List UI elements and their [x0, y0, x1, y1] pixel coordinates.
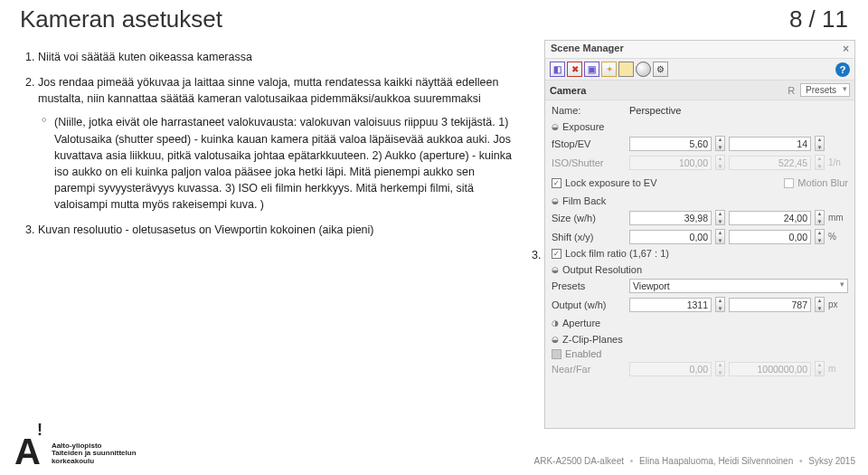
- nearfar-label: Near/Far: [552, 364, 626, 375]
- output-width-input[interactable]: 1311: [629, 298, 712, 312]
- aalto-logo-excl: !: [37, 421, 42, 440]
- lock-ratio-label: Lock film ratio (1,67 : 1): [565, 248, 669, 259]
- iso-label: ISO/Shutter: [552, 157, 626, 168]
- section-label: Aperture: [562, 318, 600, 328]
- term: Syksy 2015: [808, 456, 855, 466]
- lock-ratio-checkbox[interactable]: ✓: [552, 249, 561, 259]
- stepper: ▲▼: [815, 155, 825, 170]
- output-preset-dropdown[interactable]: Viewport: [629, 279, 848, 293]
- section-output[interactable]: ◒ Output Resolution: [552, 264, 848, 275]
- far-input: 1000000,00: [729, 362, 811, 376]
- section-label: Exposure: [562, 121, 604, 132]
- unit: %: [828, 232, 848, 242]
- callout-marker: 3.: [532, 249, 541, 261]
- toolbar: ◧ ✖ ▣ ✦ ⚙ ?: [545, 59, 854, 81]
- shift-label: Shift (x/y): [552, 232, 626, 242]
- zclip-enabled-label: Enabled: [565, 348, 601, 359]
- section-filmback[interactable]: ◒ Film Back: [552, 195, 848, 206]
- camera-r-label: R: [788, 85, 795, 96]
- materials-icon[interactable]: ◧: [550, 62, 565, 77]
- aalto-logo-mark: A: [14, 437, 41, 466]
- sub-note-text: (Niille, jotka eivät ole harrastaneet va…: [54, 116, 512, 211]
- film-height-input[interactable]: 24,00: [729, 211, 811, 225]
- stepper[interactable]: ▲▼: [815, 229, 825, 244]
- help-icon[interactable]: ?: [835, 62, 850, 77]
- near-input: 0,00: [629, 362, 712, 376]
- stepper: ▲▼: [815, 361, 825, 376]
- list-item-text: Kuvan resoluutio - oletusasetus on Viewp…: [38, 223, 374, 236]
- main-content: Niitä voi säätää kuten oikeassa kamerass…: [20, 49, 517, 247]
- film-width-input[interactable]: 39,98: [629, 211, 712, 225]
- stepper[interactable]: ▲▼: [715, 297, 725, 312]
- unit: mm: [828, 213, 848, 223]
- page-number: 8 / 11: [789, 5, 848, 33]
- unit: m: [828, 364, 848, 374]
- panel-title-text: Scene Manager: [551, 43, 624, 53]
- objects-icon[interactable]: ✖: [567, 62, 582, 77]
- output-height-input[interactable]: 787: [729, 298, 811, 312]
- logo-caption: Aalto-yliopisto Taiteiden ja suunnittelu…: [52, 442, 137, 466]
- camera-row: Camera R Presets: [545, 81, 854, 100]
- environment-icon[interactable]: [618, 62, 634, 77]
- chevron-down-icon: ◒: [552, 335, 559, 344]
- unit: px: [828, 299, 848, 309]
- logo-line: korkeakoulu: [52, 458, 137, 466]
- course-code: ARK-A2500 DA-alkeet: [534, 456, 625, 466]
- settings-icon[interactable]: ⚙: [653, 62, 668, 77]
- output-size-label: Output (w/h): [552, 299, 626, 310]
- models-icon[interactable]: ▣: [584, 62, 599, 77]
- sub-note: (Niille, jotka eivät ole harrastaneet va…: [42, 114, 517, 213]
- list-item-text: Niitä voi säätää kuten oikeassa kamerass…: [38, 51, 252, 63]
- camera-name-value: Perspective: [629, 105, 848, 116]
- camera-icon[interactable]: [636, 62, 651, 77]
- chevron-down-icon: ◒: [552, 196, 559, 205]
- chevron-down-icon: ◒: [552, 122, 559, 131]
- stepper[interactable]: ▲▼: [715, 229, 725, 244]
- stepper: ▲▼: [715, 155, 725, 170]
- camera-presets-dropdown[interactable]: Presets: [800, 83, 850, 97]
- list-item: Kuvan resoluutio - oletusasetus on Viewp…: [38, 222, 517, 238]
- list-item: Niitä voi säätää kuten oikeassa kamerass…: [38, 49, 517, 65]
- shift-y-input[interactable]: 0,00: [729, 230, 811, 244]
- chevron-right-icon: ◑: [552, 318, 559, 328]
- footer-logo: A ! Aalto-yliopisto Taiteiden ja suunnit…: [14, 437, 137, 466]
- section-label: Film Back: [562, 195, 606, 206]
- stepper[interactable]: ▲▼: [715, 136, 725, 151]
- unit: 1/n: [828, 157, 848, 167]
- section-label: Output Resolution: [562, 264, 642, 275]
- chevron-down-icon: ◒: [552, 265, 559, 274]
- section-exposure[interactable]: ◒ Exposure: [552, 121, 848, 132]
- presets-label: Presets: [552, 280, 626, 291]
- footer-meta: ARK-A2500 DA-alkeet • Elina Haapaluoma, …: [534, 456, 855, 466]
- separator-dot: •: [799, 456, 803, 466]
- stepper: ▲▼: [715, 361, 725, 376]
- camera-label: Camera: [550, 85, 788, 96]
- lights-icon[interactable]: ✦: [601, 62, 617, 77]
- fstop-label: fStop/EV: [552, 138, 626, 149]
- page-title: Kameran asetukset: [20, 5, 222, 33]
- stepper[interactable]: ▲▼: [815, 210, 825, 225]
- stepper[interactable]: ▲▼: [815, 136, 825, 151]
- authors: Elina Haapaluoma, Heidi Silvennoinen: [639, 456, 793, 466]
- fstop-input[interactable]: 5,60: [629, 137, 712, 151]
- size-label: Size (w/h): [552, 213, 626, 223]
- ev-input[interactable]: 14: [729, 137, 811, 151]
- zclip-enabled-checkbox[interactable]: [552, 349, 561, 359]
- panel-title-bar[interactable]: Scene Manager ×: [545, 41, 854, 59]
- close-icon[interactable]: ×: [843, 43, 849, 55]
- stepper[interactable]: ▲▼: [815, 297, 825, 312]
- list-item: Jos rendaa pimeää yökuvaa ja laittaa sin…: [38, 74, 517, 213]
- lock-exposure-checkbox[interactable]: ✓: [552, 178, 561, 188]
- section-label: Z-Clip-Planes: [562, 334, 623, 345]
- section-zclip[interactable]: ◒ Z-Clip-Planes: [552, 334, 848, 345]
- name-label: Name:: [552, 105, 626, 116]
- iso-input: 100,00: [629, 156, 712, 170]
- stepper[interactable]: ▲▼: [715, 210, 725, 225]
- separator-dot: •: [630, 456, 634, 466]
- motion-blur-checkbox[interactable]: [784, 178, 794, 188]
- shift-x-input[interactable]: 0,00: [629, 230, 712, 244]
- section-aperture[interactable]: ◑ Aperture: [552, 318, 848, 328]
- motion-blur-label: Motion Blur: [797, 177, 848, 188]
- shutter-input: 522,45: [729, 156, 811, 170]
- scene-manager-panel: Scene Manager × ◧ ✖ ▣ ✦ ⚙ ? Camera R Pre…: [544, 40, 855, 429]
